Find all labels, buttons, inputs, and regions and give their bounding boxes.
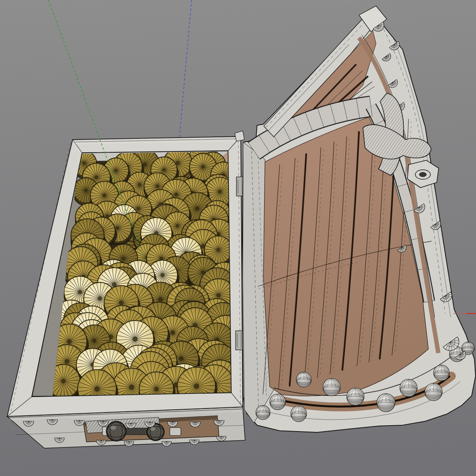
coin-hub	[94, 386, 100, 392]
coin-hub	[216, 248, 220, 251]
coin-hub	[114, 169, 118, 173]
coin-hub	[201, 165, 205, 169]
coin-hub	[64, 359, 69, 364]
coin-hub	[175, 224, 179, 228]
coin-hub	[218, 190, 222, 194]
ellipse-shape	[110, 426, 116, 430]
dome-rivet	[434, 365, 449, 381]
coin-hub	[98, 296, 102, 301]
viewport-canvas[interactable]	[0, 0, 476, 476]
coin-hub	[119, 300, 124, 305]
dome-rivet	[256, 405, 270, 420]
coin-hub	[138, 183, 142, 187]
ellipse-shape	[419, 173, 426, 177]
coin-hub	[102, 193, 107, 198]
dome-rivet	[425, 383, 442, 401]
dome-rivet	[296, 372, 311, 387]
coin-hub	[155, 184, 159, 188]
coin-hub	[160, 273, 165, 277]
dome-rivet	[377, 393, 395, 412]
dome-rivet	[291, 406, 307, 422]
coin-hub	[132, 336, 138, 342]
coin-hub	[178, 356, 184, 361]
viewport-3d[interactable]	[0, 0, 476, 476]
coin-hub	[94, 175, 99, 179]
coin-hub	[170, 330, 175, 335]
coin-hub	[174, 192, 178, 197]
coin-hub	[216, 293, 221, 298]
coin-hub	[82, 161, 86, 165]
coin-hub	[61, 378, 66, 384]
coin-hub	[154, 386, 159, 392]
handle-knob	[106, 421, 126, 441]
dome-rivet	[323, 378, 340, 396]
coin-hub	[121, 256, 125, 261]
coin-hub	[194, 383, 199, 389]
dome-rivet	[270, 394, 286, 410]
coin-hub	[129, 384, 134, 390]
dome-rivet	[347, 388, 364, 405]
coin-hub	[162, 168, 166, 172]
coin-hub	[195, 206, 200, 211]
ellipse-shape	[150, 427, 155, 431]
dome-rivet	[400, 379, 417, 397]
rect-shape	[170, 428, 181, 436]
coin-hub	[136, 207, 140, 211]
coin-hub	[78, 290, 83, 294]
coin-hub	[67, 339, 72, 344]
coin-hub	[158, 297, 163, 302]
coin-hub	[84, 188, 88, 192]
coin-hub	[92, 338, 96, 343]
